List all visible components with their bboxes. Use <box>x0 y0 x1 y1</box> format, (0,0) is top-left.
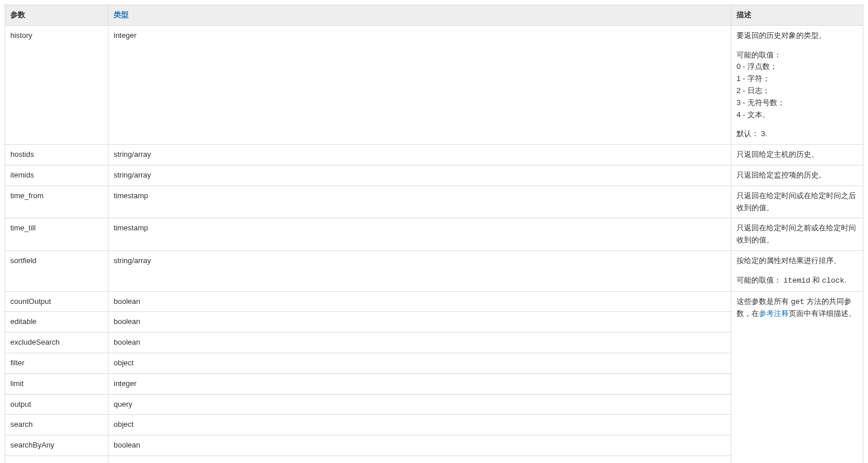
param-cell: countOutput <box>5 291 108 312</box>
desc-text: 可能的取值： itemid 和 clock. <box>737 275 858 287</box>
parameters-table: 参数 类型 描述 history integer 要返回的历史对象的类型。 可能… <box>5 5 863 463</box>
desc-text: 可能的取值： <box>737 49 858 61</box>
param-cell: time_from <box>5 186 108 218</box>
desc-text: 4 - 文本。 <box>737 109 858 121</box>
table-row: countOutput boolean 这些参数是所有 get 方法的共同参数，… <box>5 291 863 312</box>
table-row: history integer 要返回的历史对象的类型。 可能的取值： 0 - … <box>5 25 863 144</box>
desc-text: 3 - 无符号数； <box>737 97 858 109</box>
desc-text: 这些参数是所有 <box>737 297 791 306</box>
type-cell: integer <box>108 25 731 144</box>
param-cell: history <box>5 25 108 144</box>
desc-cell: 只返回在给定时间或在给定时间之后收到的值。 <box>731 186 863 218</box>
header-desc: 描述 <box>731 5 863 26</box>
desc-text: 要返回的历史对象的类型。 <box>737 30 858 42</box>
desc-cell: 按给定的属性对结果进行排序。 可能的取值： itemid 和 clock. <box>731 250 863 291</box>
desc-text: 1 - 字符； <box>737 73 858 85</box>
table-row: sortfield string/array 按给定的属性对结果进行排序。 可能… <box>5 250 863 291</box>
param-cell: limit <box>5 373 108 394</box>
desc-cell: 要返回的历史对象的类型。 可能的取值： 0 - 浮点数； 1 - 字符； 2 -… <box>731 25 863 144</box>
desc-cell: 只返回给定主机的历史。 <box>731 145 863 165</box>
param-cell: sortfield <box>5 250 108 291</box>
table-row: time_till timestamp 只返回在给定时间之前或在给定时间收到的值… <box>5 218 863 251</box>
desc-text: 页面中有详细描述。 <box>789 309 856 318</box>
desc-text: 按给定的属性对结果进行排序。 <box>737 255 858 267</box>
type-cell: string/array <box>108 145 731 165</box>
param-cell: time_till <box>5 218 108 251</box>
desc-text: 2 - 日志； <box>737 85 858 97</box>
type-cell: query <box>108 394 731 415</box>
type-cell: string/array <box>108 250 731 291</box>
param-cell: search <box>5 415 108 435</box>
param-cell: hostids <box>5 145 108 165</box>
type-cell: string/array <box>108 165 731 186</box>
header-type: 类型 <box>108 5 731 26</box>
param-cell: excludeSearch <box>5 333 108 353</box>
type-cell: boolean <box>108 333 731 353</box>
table-row: hostids string/array 只返回给定主机的历史。 <box>5 145 863 165</box>
type-cell: object <box>108 415 731 435</box>
code-text: clock <box>822 276 844 285</box>
desc-text: 默认： 3. <box>737 128 858 140</box>
type-cell: timestamp <box>108 186 731 218</box>
desc-text: 0 - 浮点数； <box>737 61 858 73</box>
code-text: get <box>791 298 804 306</box>
type-cell: integer <box>108 373 731 394</box>
type-cell: boolean <box>108 312 731 333</box>
table-row: itemids string/array 只返回给定监控项的历史。 <box>5 165 863 186</box>
param-cell: editable <box>5 312 108 333</box>
desc-cell: 这些参数是所有 get 方法的共同参数，在参考注释页面中有详细描述。 <box>731 291 863 463</box>
param-cell: searchByAny <box>5 435 108 456</box>
table-row: time_from timestamp 只返回在给定时间或在给定时间之后收到的值… <box>5 186 863 218</box>
desc-cell: 只返回在给定时间之前或在给定时间收到的值。 <box>731 218 863 251</box>
param-cell: itemids <box>5 165 108 186</box>
type-cell: timestamp <box>108 218 731 251</box>
header-param: 参数 <box>5 5 108 26</box>
param-cell: filter <box>5 353 108 373</box>
param-cell: searchWildcardsEnabled <box>5 456 108 463</box>
type-cell: boolean <box>108 456 731 463</box>
table-header-row: 参数 类型 描述 <box>5 5 863 26</box>
type-cell: object <box>108 353 731 373</box>
code-text: itemid <box>784 276 811 285</box>
desc-cell: 只返回给定监控项的历史。 <box>731 165 863 186</box>
reference-link[interactable]: 参考注释 <box>759 309 789 318</box>
type-cell: boolean <box>108 435 731 456</box>
type-link[interactable]: 类型 <box>114 10 129 19</box>
param-cell: output <box>5 394 108 415</box>
type-cell: boolean <box>108 291 731 312</box>
